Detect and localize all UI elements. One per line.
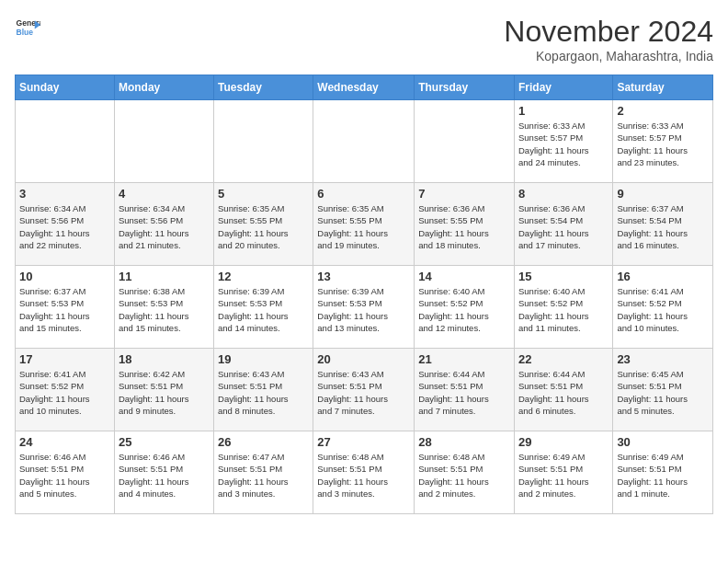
day-number: 6 <box>317 187 410 201</box>
day-info: Sunrise: 6:37 AM Sunset: 5:54 PM Dayligh… <box>617 202 709 251</box>
day-info: Sunrise: 6:49 AM Sunset: 5:51 PM Dayligh… <box>518 451 609 500</box>
day-info: Sunrise: 6:46 AM Sunset: 5:51 PM Dayligh… <box>119 451 210 500</box>
day-number: 5 <box>218 187 309 201</box>
logo-icon: General Blue <box>15 15 40 40</box>
day-number: 23 <box>617 352 709 366</box>
weekday-header: Monday <box>114 75 213 100</box>
calendar-cell: 18Sunrise: 6:42 AM Sunset: 5:51 PM Dayli… <box>114 349 213 431</box>
title-block: November 2024 Kopargaon, Maharashtra, In… <box>504 15 713 63</box>
calendar-cell: 12Sunrise: 6:39 AM Sunset: 5:53 PM Dayli… <box>214 266 313 349</box>
day-number: 14 <box>418 270 510 283</box>
day-number: 16 <box>617 270 709 283</box>
calendar-cell: 9Sunrise: 6:37 AM Sunset: 5:54 PM Daylig… <box>613 183 713 266</box>
calendar-cell <box>16 100 115 183</box>
day-info: Sunrise: 6:43 AM Sunset: 5:51 PM Dayligh… <box>317 368 410 417</box>
day-info: Sunrise: 6:33 AM Sunset: 5:57 PM Dayligh… <box>617 120 709 168</box>
day-info: Sunrise: 6:46 AM Sunset: 5:51 PM Dayligh… <box>19 451 110 500</box>
calendar-cell: 11Sunrise: 6:38 AM Sunset: 5:53 PM Dayli… <box>114 266 213 349</box>
calendar: SundayMondayTuesdayWednesdayThursdayFrid… <box>15 75 713 514</box>
day-info: Sunrise: 6:34 AM Sunset: 5:56 PM Dayligh… <box>119 202 210 251</box>
day-number: 27 <box>317 435 410 449</box>
calendar-cell <box>415 100 515 183</box>
svg-text:Blue: Blue <box>17 28 34 37</box>
day-number: 3 <box>19 187 110 201</box>
day-info: Sunrise: 6:47 AM Sunset: 5:51 PM Dayligh… <box>218 451 309 500</box>
weekday-header: Wednesday <box>313 75 415 100</box>
calendar-cell: 17Sunrise: 6:41 AM Sunset: 5:52 PM Dayli… <box>16 349 115 431</box>
weekday-header: Friday <box>514 75 612 100</box>
day-number: 25 <box>119 435 210 449</box>
calendar-cell: 2Sunrise: 6:33 AM Sunset: 5:57 PM Daylig… <box>613 100 713 183</box>
calendar-cell: 22Sunrise: 6:44 AM Sunset: 5:51 PM Dayli… <box>514 349 612 431</box>
day-info: Sunrise: 6:44 AM Sunset: 5:51 PM Dayligh… <box>518 368 609 417</box>
day-info: Sunrise: 6:43 AM Sunset: 5:51 PM Dayligh… <box>218 368 309 417</box>
calendar-cell <box>214 100 313 183</box>
calendar-cell: 7Sunrise: 6:36 AM Sunset: 5:55 PM Daylig… <box>415 183 515 266</box>
day-number: 17 <box>19 352 110 366</box>
day-number: 11 <box>119 270 210 283</box>
calendar-cell: 20Sunrise: 6:43 AM Sunset: 5:51 PM Dayli… <box>313 349 415 431</box>
calendar-cell: 19Sunrise: 6:43 AM Sunset: 5:51 PM Dayli… <box>214 349 313 431</box>
calendar-cell: 4Sunrise: 6:34 AM Sunset: 5:56 PM Daylig… <box>114 183 213 266</box>
weekday-header: Sunday <box>16 75 115 100</box>
day-info: Sunrise: 6:41 AM Sunset: 5:52 PM Dayligh… <box>617 285 709 334</box>
calendar-cell: 21Sunrise: 6:44 AM Sunset: 5:51 PM Dayli… <box>415 349 515 431</box>
calendar-cell: 26Sunrise: 6:47 AM Sunset: 5:51 PM Dayli… <box>214 431 313 514</box>
day-number: 4 <box>119 187 210 201</box>
day-number: 12 <box>218 270 309 283</box>
day-number: 2 <box>617 104 709 118</box>
day-number: 8 <box>518 187 609 201</box>
calendar-cell: 16Sunrise: 6:41 AM Sunset: 5:52 PM Dayli… <box>613 266 713 349</box>
weekday-header: Tuesday <box>214 75 313 100</box>
day-info: Sunrise: 6:37 AM Sunset: 5:53 PM Dayligh… <box>19 285 110 334</box>
calendar-cell: 30Sunrise: 6:49 AM Sunset: 5:51 PM Dayli… <box>613 431 713 514</box>
weekday-header: Saturday <box>613 75 713 100</box>
day-number: 1 <box>518 104 609 118</box>
day-number: 9 <box>617 187 709 201</box>
day-info: Sunrise: 6:35 AM Sunset: 5:55 PM Dayligh… <box>317 202 410 251</box>
day-info: Sunrise: 6:45 AM Sunset: 5:51 PM Dayligh… <box>617 368 709 417</box>
day-info: Sunrise: 6:44 AM Sunset: 5:51 PM Dayligh… <box>418 368 510 417</box>
day-number: 15 <box>518 270 609 283</box>
day-info: Sunrise: 6:48 AM Sunset: 5:51 PM Dayligh… <box>418 451 510 500</box>
day-info: Sunrise: 6:40 AM Sunset: 5:52 PM Dayligh… <box>518 285 609 334</box>
calendar-cell: 13Sunrise: 6:39 AM Sunset: 5:53 PM Dayli… <box>313 266 415 349</box>
day-number: 30 <box>617 435 709 449</box>
day-number: 7 <box>418 187 510 201</box>
calendar-cell: 28Sunrise: 6:48 AM Sunset: 5:51 PM Dayli… <box>415 431 515 514</box>
day-info: Sunrise: 6:49 AM Sunset: 5:51 PM Dayligh… <box>617 451 709 500</box>
calendar-week-row: 17Sunrise: 6:41 AM Sunset: 5:52 PM Dayli… <box>16 349 713 431</box>
day-number: 29 <box>518 435 609 449</box>
calendar-cell: 27Sunrise: 6:48 AM Sunset: 5:51 PM Dayli… <box>313 431 415 514</box>
calendar-cell: 5Sunrise: 6:35 AM Sunset: 5:55 PM Daylig… <box>214 183 313 266</box>
day-info: Sunrise: 6:39 AM Sunset: 5:53 PM Dayligh… <box>218 285 309 334</box>
day-info: Sunrise: 6:40 AM Sunset: 5:52 PM Dayligh… <box>418 285 510 334</box>
logo: General Blue General Blue <box>15 15 40 40</box>
day-info: Sunrise: 6:35 AM Sunset: 5:55 PM Dayligh… <box>218 202 309 251</box>
calendar-week-row: 24Sunrise: 6:46 AM Sunset: 5:51 PM Dayli… <box>16 431 713 514</box>
calendar-cell: 10Sunrise: 6:37 AM Sunset: 5:53 PM Dayli… <box>16 266 115 349</box>
calendar-cell: 8Sunrise: 6:36 AM Sunset: 5:54 PM Daylig… <box>514 183 612 266</box>
day-info: Sunrise: 6:41 AM Sunset: 5:52 PM Dayligh… <box>19 368 110 417</box>
day-number: 24 <box>19 435 110 449</box>
day-number: 22 <box>518 352 609 366</box>
calendar-cell <box>313 100 415 183</box>
day-info: Sunrise: 6:36 AM Sunset: 5:54 PM Dayligh… <box>518 202 609 251</box>
day-number: 10 <box>19 270 110 283</box>
calendar-cell: 23Sunrise: 6:45 AM Sunset: 5:51 PM Dayli… <box>613 349 713 431</box>
day-number: 21 <box>418 352 510 366</box>
day-info: Sunrise: 6:48 AM Sunset: 5:51 PM Dayligh… <box>317 451 410 500</box>
day-info: Sunrise: 6:42 AM Sunset: 5:51 PM Dayligh… <box>119 368 210 417</box>
day-info: Sunrise: 6:36 AM Sunset: 5:55 PM Dayligh… <box>418 202 510 251</box>
calendar-cell: 14Sunrise: 6:40 AM Sunset: 5:52 PM Dayli… <box>415 266 515 349</box>
day-number: 13 <box>317 270 410 283</box>
day-number: 26 <box>218 435 309 449</box>
day-info: Sunrise: 6:33 AM Sunset: 5:57 PM Dayligh… <box>518 120 609 168</box>
day-number: 20 <box>317 352 410 366</box>
calendar-week-row: 10Sunrise: 6:37 AM Sunset: 5:53 PM Dayli… <box>16 266 713 349</box>
day-info: Sunrise: 6:38 AM Sunset: 5:53 PM Dayligh… <box>119 285 210 334</box>
calendar-cell: 15Sunrise: 6:40 AM Sunset: 5:52 PM Dayli… <box>514 266 612 349</box>
calendar-cell <box>114 100 213 183</box>
calendar-cell: 1Sunrise: 6:33 AM Sunset: 5:57 PM Daylig… <box>514 100 612 183</box>
month-title: November 2024 <box>504 15 713 49</box>
